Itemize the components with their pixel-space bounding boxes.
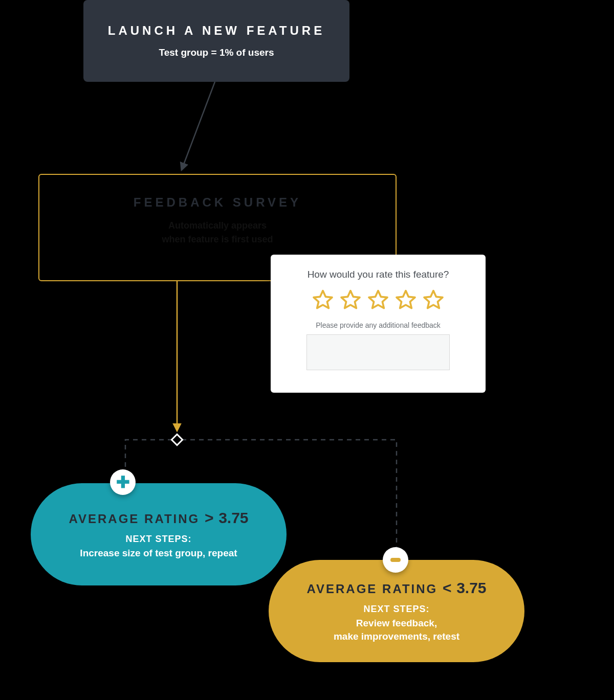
negative-symbol: < (443, 579, 452, 596)
plus-icon: ✚ (116, 474, 130, 490)
positive-outcome-title: AVERAGE RATING > 3.75 (69, 509, 248, 527)
launch-subtitle: Test group = 1% of users (159, 47, 274, 58)
negative-next-steps: Review feedback,make improvements, retes… (334, 617, 459, 643)
negative-outcome-title: AVERAGE RATING < 3.75 (306, 579, 486, 597)
feedback-textarea[interactable] (306, 334, 450, 370)
positive-rating-label: AVERAGE RATING (69, 512, 200, 526)
negative-outcome-box: AVERAGE RATING < 3.75 NEXT STEPS: Review… (269, 560, 524, 662)
positive-next-label: NEXT STEPS: (125, 534, 191, 545)
positive-threshold: 3.75 (218, 509, 248, 526)
positive-symbol: > (205, 509, 214, 526)
star-icon[interactable] (394, 288, 417, 311)
star-icon[interactable] (422, 288, 445, 311)
rating-survey-card: How would you rate this feature? Please … (271, 255, 486, 393)
rating-question: How would you rate this feature? (308, 269, 449, 280)
star-rating-row (312, 288, 445, 311)
star-icon[interactable] (367, 288, 389, 311)
launch-step-box: LAUNCH A NEW FEATURE Test group = 1% of … (83, 0, 349, 82)
survey-line-2: when feature is first used (162, 233, 273, 246)
decision-diamond (170, 433, 183, 446)
plus-badge: ✚ (110, 469, 136, 495)
star-icon[interactable] (339, 288, 362, 311)
minus-icon (390, 558, 401, 562)
positive-outcome-box: AVERAGE RATING > 3.75 NEXT STEPS: Increa… (31, 483, 287, 585)
negative-next-label: NEXT STEPS: (363, 604, 429, 615)
negative-rating-label: AVERAGE RATING (306, 582, 437, 596)
survey-title: FEEDBACK SURVEY (134, 195, 301, 210)
star-icon[interactable] (312, 288, 334, 311)
negative-threshold: 3.75 (456, 579, 486, 596)
launch-title: LAUNCH A NEW FEATURE (108, 24, 325, 38)
additional-feedback-label: Please provide any additional feedback (316, 321, 441, 329)
survey-line-1: Automatically appears (168, 219, 267, 233)
minus-badge (383, 547, 408, 573)
positive-next-steps: Increase size of test group, repeat (80, 547, 237, 560)
